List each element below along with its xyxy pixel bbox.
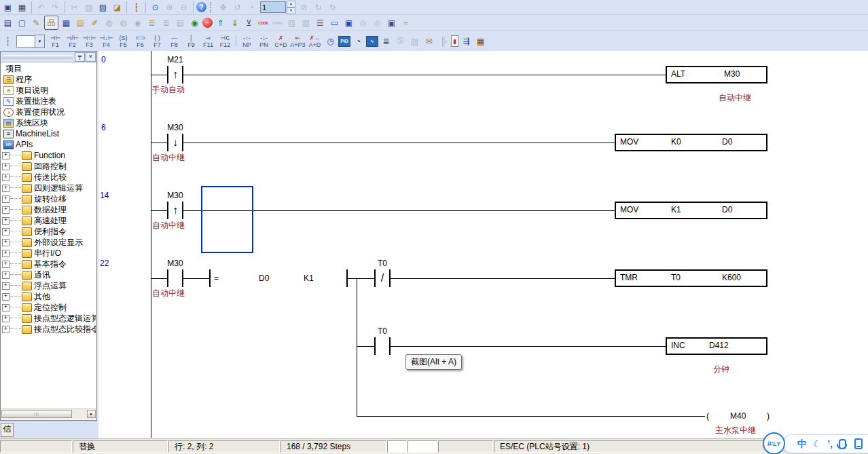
instruction-button[interactable]: ⊸F11 — [200, 33, 217, 50]
zoom-button[interactable]: ⊙ — [149, 1, 162, 13]
spin-up-icon[interactable]: ▲ — [287, 1, 295, 7]
tree-item-transfer-compare[interactable]: +传送比较 — [1, 172, 96, 183]
ifly-logo[interactable]: iFLY — [763, 432, 785, 454]
tree-item-contact-logic[interactable]: +接点型态逻辑运算 — [1, 313, 96, 324]
expand-icon[interactable]: + — [2, 195, 10, 203]
contact-fall-button[interactable]: ⊣↓⊢F4 — [98, 33, 115, 50]
grid-view-button[interactable]: ▦ — [60, 17, 73, 29]
tree-item-device-usage[interactable]: ◑装置使用状况 — [1, 107, 96, 117]
hline-button[interactable]: —F8 — [166, 33, 183, 50]
compare-contact-eq-D0-K1[interactable] — [209, 269, 348, 287]
tree-item-arithmetic-logic[interactable]: +四则逻辑运算 — [1, 183, 96, 193]
device-table-button[interactable]: ▤ — [74, 17, 87, 29]
expand-icon[interactable]: + — [2, 326, 10, 333]
tree-item-floating-point[interactable]: +浮点运算 — [1, 280, 96, 291]
alarm-button[interactable]: ◔ — [352, 35, 365, 47]
chevron-down-icon[interactable]: ▼ — [35, 35, 45, 48]
pin-icon[interactable]: ┯ — [75, 52, 85, 62]
punctuation-icon[interactable]: ’, — [827, 439, 833, 449]
tree-item-others[interactable]: +其他 — [1, 291, 96, 302]
expand-icon[interactable]: + — [2, 239, 10, 246]
contact-nc-button[interactable]: ⊣/⊢F2 — [64, 33, 81, 50]
tree-item-contact-compare[interactable]: +接点型态比较指令 — [1, 324, 96, 335]
ad-button[interactable]: ✗←A+D — [306, 33, 323, 50]
compile-button[interactable]: ◉ — [188, 17, 201, 29]
edge-cut-button[interactable]: ┆ — [1, 35, 14, 47]
tree-item-machinelist[interactable]: ≡MachineList — [1, 128, 96, 139]
tree-item-loop-control[interactable]: +回路控制 — [1, 161, 96, 172]
aps-button[interactable]: ⇤A+P3 — [289, 33, 306, 50]
tree-item-convenience-instructions[interactable]: +便利指令 — [1, 226, 96, 237]
net-monitor-button[interactable]: ▣ — [342, 17, 355, 29]
scrollbar-thumb[interactable]: ||| — [1, 410, 72, 418]
contact-M30-falling[interactable]: ↓ — [167, 134, 183, 151]
code-convert-button[interactable]: CODE — [257, 17, 270, 29]
tree-item-communication[interactable]: +通讯 — [1, 269, 96, 280]
help-button[interactable]: ? — [196, 2, 206, 12]
instruction-MOV-K0-D0[interactable]: MOVK0D0 — [615, 134, 767, 151]
expand-icon[interactable]: + — [2, 163, 10, 170]
pn-button[interactable]: -↓-PN — [255, 33, 272, 50]
tree-item-rotate-shift[interactable]: +旋转位移 — [1, 193, 96, 204]
mail-button[interactable]: ✉ — [422, 35, 435, 47]
instruction-ALT-M30[interactable]: ALTM30 — [666, 66, 767, 83]
tree-item-function[interactable]: +Function — [1, 150, 96, 161]
delete-button[interactable]: ◪ — [111, 1, 124, 13]
coil-button[interactable]: ⊂⊃F6 — [132, 33, 149, 50]
contact-M30[interactable] — [167, 269, 183, 287]
expand-icon[interactable]: + — [2, 261, 10, 268]
tree-item-serial-io[interactable]: +串行I/O — [1, 248, 96, 259]
ladder-tree-button[interactable]: ≣ — [145, 17, 158, 29]
tree-item-project-description[interactable]: ≋项目说明 — [1, 85, 96, 96]
cd-button[interactable]: ✗C+D — [272, 33, 289, 50]
tree-item-system-block[interactable]: ▤系统区块 — [1, 117, 96, 128]
paste-button[interactable]: ▨ — [96, 1, 109, 13]
contact-T0-nc[interactable]: / — [374, 269, 391, 287]
vline-button[interactable]: │F9 — [183, 33, 200, 50]
wave-button[interactable]: ∿ — [366, 36, 378, 47]
select-frame-button[interactable]: ▭ — [328, 17, 341, 29]
ladder-view-button[interactable]: ▤ — [1, 17, 14, 29]
tree-item-high-speed[interactable]: +高速处理 — [1, 215, 96, 226]
stop-button[interactable]: − — [202, 18, 213, 28]
monitor-view-button[interactable]: ▢ — [16, 17, 29, 29]
coil-set-button[interactable]: (S)F5 — [115, 33, 132, 50]
contact-M21-rising[interactable]: ↑ — [167, 66, 183, 83]
expand-icon[interactable]: + — [2, 304, 10, 311]
trace-button[interactable]: ┇ — [130, 1, 143, 13]
tree-item-basic-instructions[interactable]: +基本指令 — [1, 259, 96, 269]
instruction-TMR-T0-K600[interactable]: TMRT0K600 — [615, 269, 767, 287]
microphone-icon[interactable] — [839, 439, 846, 449]
save-button[interactable]: ▣ — [1, 1, 14, 13]
expand-icon[interactable]: + — [2, 206, 10, 214]
contact-M30-rising2[interactable]: ↑ — [167, 202, 183, 219]
page-spinner-input[interactable] — [260, 1, 286, 13]
contact-no-button[interactable]: ⊣⊢F1 — [47, 33, 64, 50]
expand-icon[interactable]: + — [2, 315, 10, 322]
instruction-MOV-K1-D0[interactable]: MOVK1D0 — [615, 202, 767, 219]
row-edit-button[interactable]: ☰ — [314, 17, 327, 29]
ladder-editor[interactable]: 0M21↑手动自动ALTM30自动中继6M30↓自动中继MOVK0D014M30… — [98, 51, 868, 438]
np-button[interactable]: -↑-NP — [238, 33, 255, 50]
pid-button[interactable]: PID — [338, 36, 350, 47]
upload-button[interactable]: ⇑ — [214, 17, 227, 29]
thermometer-button[interactable]: ▮ — [451, 35, 458, 47]
tree-item-apis[interactable]: APIAPIs — [1, 139, 96, 150]
step-run-button[interactable]: ⇶ — [460, 35, 473, 47]
expand-icon[interactable]: + — [2, 152, 10, 159]
tree-item-data-processing[interactable]: +数据处理 — [1, 204, 96, 215]
memory-button[interactable]: ▦ — [474, 35, 487, 47]
expand-icon[interactable]: + — [2, 250, 10, 257]
expand-icon[interactable]: + — [2, 185, 10, 192]
expand-icon[interactable]: + — [2, 282, 10, 290]
ime-language-icon[interactable]: 中 — [797, 439, 807, 449]
lan-button[interactable]: ▣ — [385, 17, 398, 29]
expand-icon[interactable]: + — [2, 217, 10, 225]
close-icon[interactable]: × — [86, 52, 96, 62]
moon-icon[interactable]: ☾ — [813, 439, 822, 449]
contact-T0[interactable] — [374, 337, 391, 355]
tree-item-device-comment-table[interactable]: ✎装置批注表 — [1, 96, 96, 107]
inv-contact-button[interactable]: ⊣CF12 — [217, 33, 234, 50]
panel-grip[interactable] — [3, 55, 73, 58]
spin-down-icon[interactable]: ▼ — [287, 7, 295, 14]
